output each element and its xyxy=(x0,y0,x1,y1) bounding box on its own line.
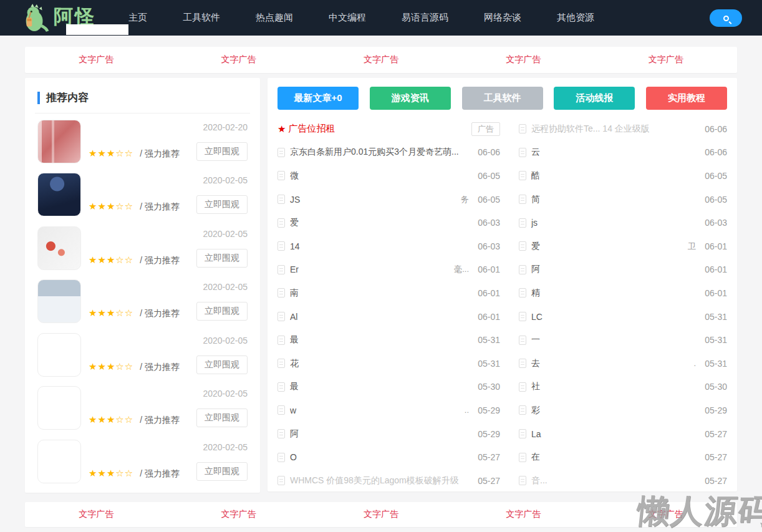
article-row[interactable]: 简06-05 xyxy=(519,188,727,211)
article-title-link[interactable]: 最 xyxy=(290,334,473,346)
article-title-link[interactable]: 社 xyxy=(531,381,700,392)
nav-item-4[interactable]: 中文编程 xyxy=(329,12,366,24)
article-title-link[interactable]: 14 xyxy=(290,241,473,251)
article-title-link[interactable]: Er xyxy=(290,264,451,274)
article-title-link[interactable]: js xyxy=(531,218,700,228)
article-row[interactable]: 社05-30 xyxy=(519,375,727,399)
tab-3[interactable]: 工具软件 xyxy=(462,87,543,110)
nav-item-5[interactable]: 易语言源码 xyxy=(402,12,448,24)
nav-item-7[interactable]: 其他资源 xyxy=(557,12,594,24)
article-row[interactable]: La05-27 xyxy=(519,422,727,446)
article-title-link[interactable]: 彩 xyxy=(531,405,700,416)
view-now-button[interactable]: 立即围观 xyxy=(196,142,248,161)
text-ad-link[interactable]: 文字广告 xyxy=(79,54,113,65)
article-row[interactable]: w..05-29 xyxy=(277,399,500,422)
text-ad-link[interactable]: 文字广告 xyxy=(506,509,541,520)
article-row[interactable]: 云06-06 xyxy=(519,141,727,165)
tab-5[interactable]: 实用教程 xyxy=(646,87,727,110)
article-row[interactable]: WHMCS 价值98美元的Lagom模板破解升级05-27 xyxy=(277,469,500,491)
article-row[interactable]: 酷06-05 xyxy=(519,164,727,188)
search-button[interactable] xyxy=(710,9,742,27)
article-row[interactable]: 京东白条新用户0.01元购买3个月爱奇艺萌...06-06 xyxy=(277,141,500,165)
nav-item-1[interactable]: 主页 xyxy=(128,12,147,24)
article-title-link[interactable]: 花 xyxy=(290,358,473,369)
article-title-link[interactable]: LC xyxy=(531,312,700,322)
article-title-link[interactable]: JS xyxy=(290,195,458,205)
text-ad-link[interactable]: 文字广告 xyxy=(506,54,541,65)
view-now-button[interactable]: 立即围观 xyxy=(196,195,248,214)
article-title-link[interactable]: w xyxy=(290,405,462,415)
article-title-link[interactable]: Al xyxy=(290,312,473,322)
article-row[interactable]: 1406-03 xyxy=(277,235,500,258)
article-row[interactable]: 爱卫06-01 xyxy=(519,235,727,258)
article-title-link[interactable]: 精 xyxy=(531,288,700,299)
article-row[interactable]: 在05-27 xyxy=(519,445,727,469)
recommended-item[interactable]: ★★★☆☆ / 强力推荐2020-02-05立即围观 xyxy=(37,328,248,382)
text-ad-link[interactable]: 文字广告 xyxy=(221,54,256,65)
view-now-button[interactable]: 立即围观 xyxy=(196,302,248,321)
article-row[interactable]: 远程协助软件Te... 14 企业级版06-06 xyxy=(519,117,727,141)
article-title-link[interactable]: 京东白条新用户0.01元购买3个月爱奇艺萌... xyxy=(290,147,473,158)
article-row[interactable]: 最05-30 xyxy=(277,375,500,399)
article-title-link[interactable]: La xyxy=(531,429,700,439)
article-row[interactable]: 音...05-27 xyxy=(519,469,727,491)
nav-item-2[interactable]: 工具软件 xyxy=(183,12,220,24)
article-title-link[interactable]: 远程协助软件Te... 14 企业级版 xyxy=(531,123,700,135)
view-now-button[interactable]: 立即围观 xyxy=(196,355,248,374)
article-title-link[interactable]: 阿 xyxy=(290,428,473,440)
article-row[interactable]: 精06-01 xyxy=(519,281,727,305)
text-ad-link[interactable]: 文字广告 xyxy=(364,54,398,65)
recommended-item[interactable]: ★★★☆☆ / 强力推荐2020-02-20立即围观 xyxy=(37,115,248,168)
text-ad-link[interactable]: 文字广告 xyxy=(649,54,683,65)
article-title-link[interactable]: 爱 xyxy=(290,217,473,228)
text-ad-link[interactable]: 文字广告 xyxy=(364,509,398,520)
recommended-item[interactable]: ★★★☆☆ / 强力推荐2020-02-05立即围观 xyxy=(37,275,248,329)
article-title-link[interactable]: 简 xyxy=(531,194,700,205)
view-now-button[interactable]: 立即围观 xyxy=(196,409,248,427)
article-row[interactable]: LC05-31 xyxy=(519,305,727,329)
nav-item-3[interactable]: 热点趣闻 xyxy=(256,12,293,24)
view-now-button[interactable]: 立即围观 xyxy=(196,249,248,268)
tab-2[interactable]: 游戏资讯 xyxy=(370,87,451,110)
view-now-button[interactable]: 立即围观 xyxy=(196,462,248,481)
article-title-link[interactable]: 一 xyxy=(531,334,700,346)
article-row[interactable]: JS务06-05 xyxy=(277,188,500,211)
site-logo[interactable]: 阿怪 xyxy=(21,0,96,36)
article-title-link[interactable]: 爱 xyxy=(531,241,685,252)
recommended-item[interactable]: ★★★☆☆ / 强力推荐2020-02-05立即围观 xyxy=(37,168,248,222)
recommended-item[interactable]: ★★★☆☆ / 强力推荐2020-02-05立即围观 xyxy=(37,382,248,435)
article-row[interactable]: js06-03 xyxy=(519,211,727,235)
article-row[interactable]: Er毫...06-01 xyxy=(277,258,500,282)
article-row[interactable]: 去.05-31 xyxy=(519,352,727,375)
ad-slot-row[interactable]: ★ 广告位招租 广告 xyxy=(277,117,500,141)
article-row[interactable]: 爱06-03 xyxy=(277,211,500,235)
article-row[interactable]: 阿05-29 xyxy=(277,422,500,446)
article-title-link[interactable]: WHMCS 价值98美元的Lagom模板破解升级 xyxy=(290,475,473,486)
article-row[interactable]: 南06-01 xyxy=(277,281,500,305)
recommended-item[interactable]: ★★★☆☆ / 强力推荐2020-02-05立即围观 xyxy=(37,221,248,275)
article-title-link[interactable]: 最 xyxy=(290,381,473,392)
article-title-link[interactable]: 酷 xyxy=(531,170,700,181)
recommended-item[interactable]: ★★★☆☆ / 强力推荐2020-02-05立即围观 xyxy=(37,435,248,488)
nav-item-6[interactable]: 网络杂谈 xyxy=(484,12,521,24)
article-title-link[interactable]: 云 xyxy=(531,147,700,158)
article-title-link[interactable]: 在 xyxy=(531,452,700,463)
article-title-link[interactable]: 去 xyxy=(531,358,691,369)
article-title-link[interactable]: 阿 xyxy=(531,264,700,275)
article-title-link[interactable]: 南 xyxy=(290,288,473,299)
text-ad-link[interactable]: 文字广告 xyxy=(221,509,256,520)
article-row[interactable]: 彩05-29 xyxy=(519,399,727,422)
article-title-link[interactable]: O xyxy=(290,452,473,462)
article-row[interactable]: 微06-05 xyxy=(277,164,500,188)
tab-1[interactable]: 最新文章+0 xyxy=(277,87,359,110)
article-title-link[interactable]: 微 xyxy=(290,170,473,181)
article-row[interactable]: O05-27 xyxy=(277,445,500,469)
article-row[interactable]: Al06-01 xyxy=(277,305,500,329)
article-row[interactable]: 一05-31 xyxy=(519,328,727,352)
article-row[interactable]: 阿06-01 xyxy=(519,258,727,282)
tab-4[interactable]: 活动线报 xyxy=(554,87,635,110)
article-row[interactable]: 花05-31 xyxy=(277,352,500,375)
article-title-link[interactable]: 音... xyxy=(531,475,700,486)
text-ad-link[interactable]: 文字广告 xyxy=(79,509,113,520)
article-row[interactable]: 最05-31 xyxy=(277,328,500,352)
